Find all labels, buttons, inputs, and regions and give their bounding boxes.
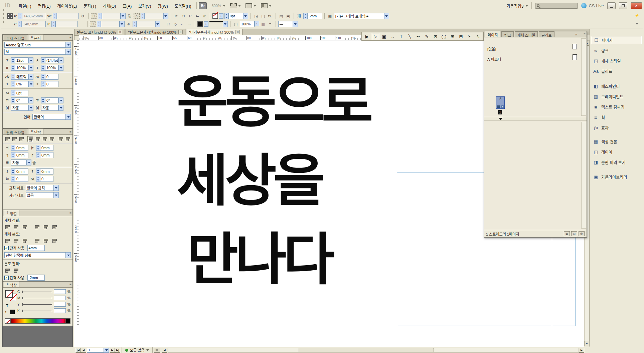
- bridge-button[interactable]: Br: [199, 2, 207, 9]
- vertical-ruler[interactable]: 180190200210220230240250: [74, 40, 79, 347]
- rectangle-frame-tool[interactable]: ⊠: [432, 33, 440, 40]
- tracking-spinner[interactable]: [41, 74, 45, 80]
- panel-menu-icon[interactable]: ≡: [584, 32, 586, 36]
- reference-point-proxy[interactable]: [7, 13, 13, 19]
- scroll-left-button[interactable]: ◀: [162, 348, 167, 353]
- rotate-ccw-icon[interactable]: ⟲: [180, 13, 186, 19]
- distribute-v-centers-button[interactable]: [13, 238, 20, 244]
- space-before-field[interactable]: 0mm: [15, 168, 28, 174]
- edit-page-size-icon[interactable]: ▣: [564, 231, 570, 236]
- quick-apply-icon[interactable]: ⚡: [634, 13, 640, 18]
- dock-text-wrap-button[interactable]: ◙ 텍스트 감싸기: [591, 103, 642, 111]
- close-button[interactable]: ×: [631, 2, 642, 9]
- panel-menu-icon[interactable]: ≡: [69, 36, 71, 39]
- grid-alignment-dropdown[interactable]: [26, 159, 31, 165]
- leading-spinner[interactable]: [41, 57, 45, 63]
- vertical-grid-tool[interactable]: ⊟: [457, 33, 465, 40]
- distribute-right-button[interactable]: [51, 238, 58, 244]
- selection-tool[interactable]: ▶: [363, 33, 371, 40]
- justify-last-center-button[interactable]: [35, 136, 40, 142]
- arrange-documents-button[interactable]: [261, 3, 272, 8]
- align-left-button[interactable]: [4, 136, 10, 142]
- links-tab[interactable]: 링크: [501, 31, 513, 37]
- align-bottom-edges-button[interactable]: [51, 224, 58, 230]
- vertical-scale-spinner[interactable]: [11, 65, 15, 71]
- align-away-spine-button[interactable]: [65, 136, 70, 142]
- dock-pathfinder-button[interactable]: ◧ 패스파인더: [591, 82, 642, 90]
- space-after-field[interactable]: 0mm: [40, 168, 53, 174]
- cs-live-button[interactable]: CS Live: [581, 3, 604, 8]
- baseline-shift-spinner[interactable]: [11, 90, 15, 96]
- dock-stroke-button[interactable]: ≣ 획: [591, 113, 642, 121]
- canvas-text-line[interactable]: 운동으로: [177, 74, 370, 130]
- masters-scrollbar[interactable]: [581, 38, 586, 116]
- opacity-apply-button[interactable]: ›: [255, 21, 259, 26]
- width-field[interactable]: [57, 13, 79, 19]
- font-size-spinner[interactable]: [11, 57, 15, 63]
- previous-page-button[interactable]: ◀: [81, 348, 86, 353]
- corner-options-icon[interactable]: ◲: [253, 13, 259, 19]
- font-family-dropdown[interactable]: [66, 42, 71, 48]
- tint-icon[interactable]: t.: [5, 310, 7, 314]
- dropcap-lines-field[interactable]: 0: [15, 176, 28, 182]
- character-tab[interactable]: ⇕문자: [28, 34, 44, 40]
- scale-y-spinner[interactable]: [97, 21, 101, 27]
- kerning-spinner[interactable]: [11, 74, 15, 80]
- align-to-dropdown[interactable]: [66, 252, 71, 258]
- tatechuyoko-field[interactable]: 자동: [41, 105, 58, 111]
- dropcap-chars-field[interactable]: 0: [40, 176, 53, 182]
- kinsoku-dropdown[interactable]: [54, 185, 59, 191]
- skew-field[interactable]: 0°: [45, 97, 58, 103]
- y-spinner[interactable]: [18, 21, 22, 27]
- select-content-icon[interactable]: ◇: [172, 21, 178, 27]
- select-container-icon[interactable]: ⛶: [165, 21, 171, 27]
- object-style-dropdown[interactable]: [384, 13, 389, 19]
- font-size-dropdown[interactable]: [28, 57, 33, 63]
- distribute-left-button[interactable]: [34, 238, 41, 244]
- zoom-level-combo[interactable]: 300%: [211, 4, 225, 8]
- left-indent-field[interactable]: 0mm: [15, 145, 28, 151]
- justify-all-button[interactable]: [49, 136, 54, 142]
- warichu-dropdown[interactable]: [28, 105, 33, 111]
- fill-color-swatch[interactable]: [197, 21, 203, 27]
- scale-x-dropdown[interactable]: [121, 13, 126, 19]
- fill-apply-button[interactable]: ›: [204, 21, 208, 27]
- horizontal-grid-tool[interactable]: ⊞: [449, 33, 457, 40]
- distribute-h-space-button[interactable]: [13, 268, 20, 273]
- pages-tab[interactable]: 페이지: [485, 31, 500, 37]
- kerning-dropdown[interactable]: [28, 74, 33, 80]
- horizontal-scale-dropdown[interactable]: [58, 65, 63, 71]
- grid-align-icon[interactable]: ▥: [260, 21, 266, 27]
- right-indent-spinner[interactable]: [36, 145, 40, 151]
- object-styles-tab[interactable]: 개체 스타일: [515, 31, 538, 37]
- doc-tab-close-icon[interactable]: ×: [178, 30, 183, 34]
- workspace-switcher[interactable]: 가은작업3: [507, 3, 528, 9]
- overflow-chevron-icon[interactable]: »: [575, 32, 577, 37]
- channel-slider[interactable]: [22, 311, 52, 311]
- dock-pages-button[interactable]: ❏ 페이지: [591, 36, 642, 44]
- stroke-color-none-swatch[interactable]: [212, 13, 218, 19]
- height-field[interactable]: [55, 21, 77, 27]
- align-towards-spine-button[interactable]: [58, 136, 63, 142]
- screen-mode-button[interactable]: [246, 3, 256, 8]
- none-swatch[interactable]: [5, 319, 11, 323]
- menu-item[interactable]: 레이아웃(L): [54, 2, 80, 10]
- first-line-indent-field[interactable]: 0mm: [15, 152, 28, 158]
- dropcap-chars-spinner[interactable]: [36, 176, 40, 182]
- flip-vertical-icon[interactable]: ⇵: [201, 13, 207, 19]
- rotate-cw-icon[interactable]: ⟳: [173, 13, 179, 19]
- font-style-field[interactable]: M: [4, 49, 66, 55]
- space-after-spinner[interactable]: [36, 168, 40, 174]
- distribute-top-button[interactable]: [4, 238, 11, 244]
- dock-gaon-library-button[interactable]: ▣ 가온라이브러리: [591, 173, 642, 181]
- constrain-proportions-icon[interactable]: ⚙: [80, 13, 86, 19]
- delete-page-icon[interactable]: 🗑: [579, 231, 585, 236]
- mojikumi-dropdown[interactable]: [54, 192, 59, 198]
- black-swatch[interactable]: [65, 319, 70, 323]
- corner-size-field[interactable]: 5mm: [307, 13, 322, 19]
- justify-last-right-button[interactable]: [42, 136, 47, 142]
- doc-tab-close-icon[interactable]: ×: [118, 30, 122, 34]
- y-field[interactable]: 148,5mm: [22, 21, 46, 27]
- type-tool[interactable]: T: [397, 33, 405, 40]
- preflight-status[interactable]: 오류 없음: [125, 347, 149, 353]
